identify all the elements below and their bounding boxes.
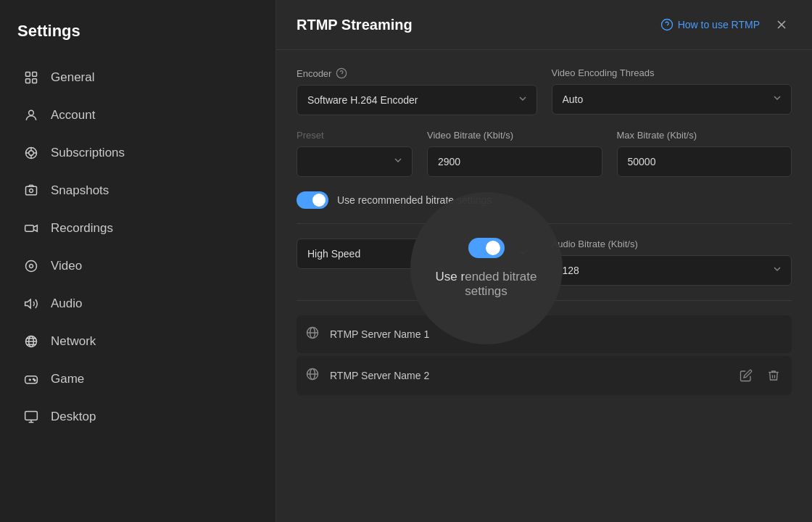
sidebar-item-audio-label: Audio <box>51 297 82 311</box>
server-2-delete-button[interactable] <box>764 366 783 385</box>
sidebar-item-network-label: Network <box>51 334 96 349</box>
server-item-1[interactable]: RTMP Server Name 1 <box>297 315 792 353</box>
video-icon <box>23 258 39 274</box>
how-to-rtmp-link[interactable]: How to use RTMP <box>660 18 760 31</box>
server-2-name: RTMP Server Name 2 <box>330 370 726 381</box>
svg-rect-11 <box>26 186 37 195</box>
server-1-icon <box>305 326 320 343</box>
video-threads-select[interactable]: Auto <box>552 84 792 115</box>
video-bitrate-label: Video Bitrate (Kbit/s) <box>427 130 602 141</box>
help-circle-icon <box>660 18 674 31</box>
sidebar-item-recordings[interactable]: Recordings <box>6 210 270 246</box>
video-bitrate-group: Video Bitrate (Kbit/s) <box>427 130 602 177</box>
svg-point-30 <box>661 20 672 30</box>
sidebar-item-snapshots-label: Snapshots <box>51 183 109 198</box>
svg-point-4 <box>29 110 34 115</box>
popup-toggle-label: Use rended bitrate settings <box>436 270 537 298</box>
server-2-icon <box>305 367 320 384</box>
desktop-icon <box>23 409 39 425</box>
close-button[interactable] <box>771 14 792 35</box>
svg-rect-3 <box>33 79 37 83</box>
popup-toggle[interactable] <box>468 238 505 258</box>
sidebar-item-game[interactable]: Game <box>6 361 270 397</box>
audio-icon <box>23 296 39 312</box>
audio-bitrate-select-wrapper: 128 <box>552 255 792 286</box>
sidebar-item-recordings-label: Recordings <box>51 221 113 236</box>
svg-point-26 <box>34 380 36 381</box>
recommended-bitrate-toggle[interactable] <box>297 191 328 209</box>
audio-bitrate-group: Audio Bitrate (Kbit/s) 128 <box>552 239 792 286</box>
how-to-link-label: How to use RTMP <box>678 19 760 30</box>
encoder-select[interactable]: Software H.264 Encoder <box>297 85 537 115</box>
sidebar-title: Settings <box>0 14 276 58</box>
encoder-group: Encoder Software H.264 Encoder <box>297 67 537 115</box>
audio-bitrate-select[interactable]: 128 <box>552 255 792 286</box>
sidebar-item-game-label: Game <box>51 372 84 386</box>
preset-group: Preset <box>297 130 413 177</box>
audio-bitrate-label: Audio Bitrate (Kbit/s) <box>552 239 792 249</box>
panel-header: RTMP Streaming How to use RTMP <box>276 0 812 50</box>
sidebar-item-desktop[interactable]: Desktop <box>6 399 270 435</box>
subscriptions-icon <box>23 145 39 161</box>
sidebar-item-desktop-label: Desktop <box>51 410 96 424</box>
sidebar-item-general[interactable]: General <box>6 59 270 96</box>
sidebar-item-audio[interactable]: Audio <box>6 286 270 322</box>
encoder-row: Encoder Software H.264 Encoder Video <box>297 67 792 115</box>
server-list: RTMP Server Name 1 RTMP Server Name 2 <box>297 315 792 395</box>
network-icon <box>23 334 39 349</box>
toggle-popup[interactable]: Use rended bitrate settings <box>410 192 563 344</box>
video-threads-label: Video Encoding Threads <box>552 67 792 78</box>
video-threads-group: Video Encoding Threads Auto <box>552 67 792 115</box>
video-threads-select-wrapper: Auto <box>552 84 792 115</box>
popup-toggle-thumb <box>486 241 500 255</box>
sidebar-item-network[interactable]: Network <box>6 323 270 360</box>
svg-point-14 <box>26 261 37 272</box>
server-1-name: RTMP Server Name 1 <box>330 328 783 340</box>
max-bitrate-label: Max Bitrate (Kbit/s) <box>617 130 792 141</box>
sidebar-item-snapshots[interactable]: Snapshots <box>6 173 270 209</box>
toggle-thumb <box>312 194 326 207</box>
recordings-icon <box>23 220 39 236</box>
max-bitrate-group: Max Bitrate (Kbit/s) <box>617 130 792 177</box>
svg-point-34 <box>337 68 347 78</box>
svg-marker-16 <box>25 299 31 308</box>
svg-rect-13 <box>25 225 34 231</box>
encoder-select-wrapper: Software H.264 Encoder <box>297 85 537 115</box>
header-actions: How to use RTMP <box>660 14 792 35</box>
main-panel: RTMP Streaming How to use RTMP Encoder <box>276 0 812 522</box>
game-icon <box>23 371 39 387</box>
video-bitrate-input[interactable] <box>427 146 602 177</box>
sidebar-item-video[interactable]: Video <box>6 248 270 284</box>
snapshots-icon <box>23 183 39 199</box>
sidebar-item-subscriptions-label: Subscriptions <box>51 146 125 160</box>
toggle-row: Use recommended bitrate settings <box>297 191 792 209</box>
svg-point-15 <box>30 265 33 268</box>
svg-point-12 <box>30 189 33 193</box>
encoder-label: Encoder <box>297 67 537 79</box>
server-item-2[interactable]: RTMP Server Name 2 <box>297 356 792 395</box>
sidebar-item-account[interactable]: Account <box>6 97 270 133</box>
bitrate-row: Preset Video Bitrate (Kbit/s) <box>297 130 792 177</box>
svg-rect-27 <box>25 412 38 420</box>
popup-text: Use rended bitrate settings <box>410 270 563 299</box>
preset-label: Preset <box>297 130 413 141</box>
account-icon <box>23 107 39 123</box>
general-icon <box>23 70 39 86</box>
panel-title: RTMP Streaming <box>297 17 413 33</box>
server-2-edit-button[interactable] <box>737 366 755 385</box>
sidebar-item-general-label: General <box>51 70 94 85</box>
max-bitrate-input[interactable] <box>617 146 792 177</box>
svg-rect-0 <box>26 72 30 77</box>
preset-select[interactable] <box>297 146 413 177</box>
sidebar: Settings General Account Subscriptions S… <box>0 0 276 522</box>
server-2-actions <box>737 366 783 385</box>
sidebar-item-account-label: Account <box>51 108 95 123</box>
preset-select-wrapper <box>297 146 413 177</box>
encoder-help-icon[interactable] <box>336 67 347 79</box>
svg-rect-2 <box>26 79 30 83</box>
sidebar-item-video-label: Video <box>51 259 82 273</box>
sidebar-item-subscriptions[interactable]: Subscriptions <box>6 135 270 171</box>
svg-rect-1 <box>33 72 37 77</box>
svg-point-6 <box>29 151 34 156</box>
